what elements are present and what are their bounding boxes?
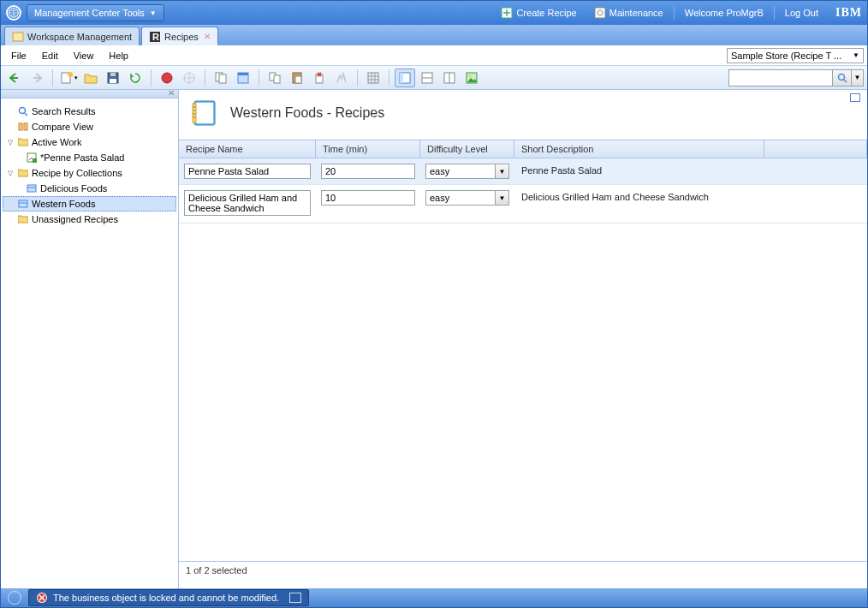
stop-button[interactable] [157, 69, 177, 87]
workspace-icon [12, 31, 24, 43]
copy-button[interactable] [211, 69, 231, 87]
svg-point-30 [838, 74, 844, 80]
chevron-down-icon[interactable]: ▼ [495, 164, 508, 178]
collection-icon [17, 198, 29, 210]
table-row[interactable]: ▼ Penne Pasta Salad [179, 158, 867, 185]
new-button[interactable]: ▾ [58, 69, 79, 87]
delete-button[interactable] [309, 69, 330, 87]
svg-rect-2 [595, 8, 605, 18]
search-box: ▼ [728, 69, 864, 86]
table-row[interactable]: ▼ Delicious Grilled Ham and Cheese Sandw… [179, 185, 867, 224]
svg-point-31 [20, 108, 26, 114]
store-selector[interactable]: Sample Store (Recipe T ... ▼ [727, 48, 864, 63]
tree-label: Recipe by Collections [32, 168, 122, 178]
globe-button[interactable] [179, 69, 199, 87]
ibm-logo: IBM [835, 6, 862, 20]
close-icon[interactable]: ✕ [204, 32, 211, 41]
tools-dropdown[interactable]: Management Center Tools ▼ [27, 4, 164, 21]
search-button[interactable] [832, 70, 851, 86]
desc-cell: Penne Pasta Salad [514, 162, 764, 179]
menu-file[interactable]: File [4, 48, 33, 63]
svg-rect-17 [238, 73, 248, 75]
svg-rect-11 [110, 73, 116, 76]
name-input[interactable] [184, 190, 311, 216]
svg-rect-37 [19, 200, 27, 207]
chevron-down-icon[interactable]: ▼ [495, 191, 508, 205]
tree-active-work[interactable]: ▽ Active Work [3, 134, 176, 150]
create-recipe-link[interactable]: Create Recipe [492, 7, 585, 19]
book-icon [191, 98, 220, 128]
logout-link[interactable]: Log Out [776, 8, 827, 18]
svg-rect-21 [295, 76, 301, 83]
svg-rect-35 [33, 158, 37, 163]
difficulty-select[interactable]: ▼ [425, 190, 509, 206]
tree-compare-view[interactable]: Compare View [3, 119, 176, 134]
svg-text:R: R [152, 32, 159, 42]
tools-label: Management Center Tools [34, 8, 145, 18]
search-dropdown[interactable]: ▼ [851, 70, 863, 86]
desc-cell: Delicious Grilled Ham and Cheese Sandwic… [514, 188, 764, 206]
time-input[interactable] [321, 164, 415, 179]
tab-workspace[interactable]: Workspace Management [4, 27, 140, 45]
action-button[interactable] [331, 69, 352, 87]
difficulty-value[interactable] [426, 164, 495, 178]
save-button[interactable] [103, 69, 123, 87]
tree-label: Active Work [32, 137, 81, 147]
col-extra[interactable] [764, 140, 867, 158]
svg-rect-19 [274, 75, 280, 83]
difficulty-value[interactable] [426, 191, 495, 205]
duplicate-button[interactable] [265, 69, 285, 87]
col-desc[interactable]: Short Description [514, 140, 764, 158]
tree-search-results[interactable]: Search Results [3, 104, 176, 119]
layout-2-button[interactable] [417, 69, 437, 87]
maintenance-link[interactable]: Maintenance [586, 7, 672, 19]
tree-label: Compare View [32, 122, 93, 132]
layout-3-button[interactable] [439, 69, 460, 87]
svg-point-42 [193, 110, 195, 111]
tree-penne[interactable]: *Penne Pasta Salad [3, 150, 176, 165]
tree-delicious-foods[interactable]: Delicious Foods [3, 181, 176, 196]
refresh-button[interactable] [125, 69, 146, 87]
tree-western-foods[interactable]: Western Foods [3, 196, 176, 212]
back-button[interactable] [4, 69, 25, 87]
store-label: Sample Store (Recipe T ... [731, 51, 841, 61]
svg-rect-22 [316, 75, 323, 83]
recipe-icon [26, 152, 38, 164]
status-expand-icon[interactable] [289, 593, 301, 603]
welcome-text: Welcome ProMgrB [676, 8, 772, 18]
tree-close-icon[interactable]: ✕ [168, 88, 175, 98]
menu-view[interactable]: View [67, 48, 101, 63]
svg-point-43 [193, 113, 195, 115]
collapse-icon[interactable]: ▽ [6, 170, 15, 177]
window-button[interactable] [233, 69, 253, 87]
time-input[interactable] [321, 190, 415, 206]
maximize-icon[interactable] [850, 93, 860, 102]
tab-recipes[interactable]: R Recipes ✕ [141, 27, 218, 45]
welcome-label: Welcome ProMgrB [685, 8, 764, 18]
grid-header: Recipe Name Time (min) Difficulty Level … [179, 140, 867, 158]
name-input[interactable] [184, 164, 311, 179]
svg-rect-4 [13, 33, 23, 41]
col-name[interactable]: Recipe Name [179, 140, 316, 158]
page-title: Western Foods - Recipes [230, 105, 384, 121]
paste-button[interactable] [287, 69, 307, 87]
menu-edit[interactable]: Edit [35, 48, 65, 63]
menu-help[interactable]: Help [102, 48, 135, 63]
chevron-down-icon: ▼ [853, 51, 859, 59]
difficulty-select[interactable]: ▼ [425, 164, 509, 179]
tree-recipe-collections[interactable]: ▽ Recipe by Collections [3, 165, 176, 181]
compare-icon [17, 121, 29, 133]
folder-icon [17, 167, 29, 179]
search-input[interactable] [729, 70, 832, 86]
svg-rect-32 [19, 123, 22, 130]
tree-unassigned[interactable]: Unassigned Recipes [3, 212, 176, 227]
collapse-icon[interactable]: ▽ [6, 139, 15, 146]
forward-button[interactable] [27, 69, 47, 87]
col-time[interactable]: Time (min) [316, 140, 420, 158]
open-button[interactable] [80, 69, 101, 87]
col-difficulty[interactable]: Difficulty Level [420, 140, 514, 158]
grid-view-button[interactable] [363, 69, 383, 87]
svg-rect-23 [368, 73, 378, 83]
image-button[interactable] [461, 69, 482, 87]
layout-1-button[interactable] [395, 69, 415, 87]
